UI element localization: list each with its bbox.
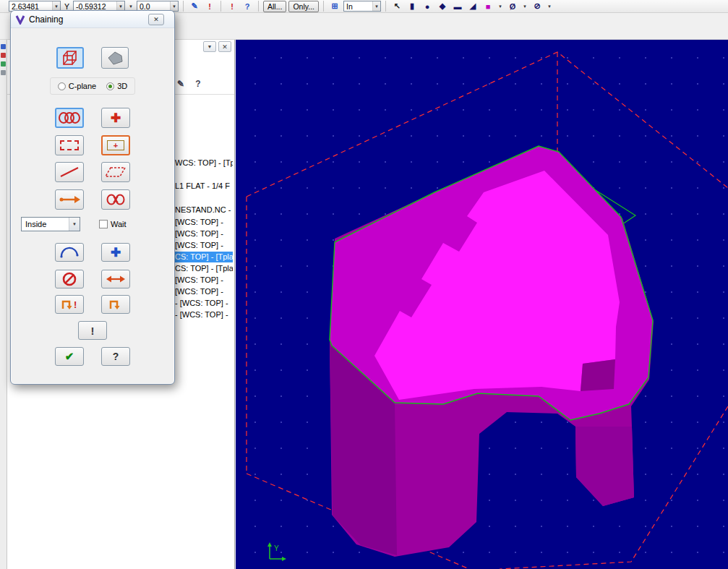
- dropdown-arrow-icon[interactable]: ▼: [521, 4, 528, 9]
- axis-arrow-right: [282, 557, 286, 561]
- y-label: Y: [63, 2, 71, 11]
- chain-rings-icon: [58, 111, 81, 124]
- left-toolbar-icon[interactable]: [1, 70, 6, 75]
- feedback-row: !: [11, 321, 174, 340]
- add-selection-button[interactable]: ✚: [101, 243, 130, 262]
- cplane-radio[interactable]: C-plane: [58, 82, 97, 90]
- select-only-button[interactable]: Only...: [288, 1, 319, 12]
- dashed-rectangle-icon: [60, 140, 79, 150]
- arc-select-button[interactable]: [55, 243, 84, 262]
- list-item[interactable]: - [WCS: TOP] -: [175, 298, 233, 309]
- dialog-close-button[interactable]: ✕: [148, 14, 164, 25]
- 3d-radio[interactable]: 3D: [106, 82, 127, 90]
- grid-plane-icon[interactable]: ⊞: [328, 1, 341, 12]
- viewport-canvas: Y: [236, 40, 728, 569]
- mastercam-logo-icon: [15, 14, 25, 25]
- left-toolbar-icon[interactable]: [1, 44, 6, 49]
- chain-feedback-button[interactable]: !: [78, 321, 107, 340]
- wireframe-mode-button[interactable]: [56, 47, 84, 69]
- panel-dropdown-button[interactable]: ▼: [203, 41, 216, 52]
- plane-mode-group: C-plane 3D: [50, 77, 136, 95]
- wait-checkbox[interactable]: Wait: [99, 220, 127, 228]
- checkbox-icon: [99, 220, 108, 228]
- list-item[interactable]: [WCS: TOP] -: [175, 240, 233, 251]
- chaining-dialog: Chaining ✕ C-plan: [10, 10, 175, 385]
- plane-mode-row: C-plane 3D: [11, 77, 174, 95]
- dropdown-arrow-icon[interactable]: ▼: [372, 1, 380, 11]
- svg-text:!: !: [74, 299, 77, 310]
- chain-select-button[interactable]: [55, 108, 84, 128]
- dialog-body: C-plane 3D ✚ !+: [11, 28, 174, 385]
- dialog-titlebar[interactable]: Chaining ✕: [11, 11, 174, 28]
- part-pocket-notch: [581, 359, 615, 391]
- ok-button[interactable]: ✔: [55, 347, 84, 366]
- axis-gizmo: Y: [267, 542, 286, 561]
- select-all-button[interactable]: All...: [263, 1, 286, 12]
- exclaim-icon[interactable]: !: [226, 1, 239, 12]
- solid-mode-button[interactable]: [101, 47, 129, 69]
- blue-arc-icon: [60, 247, 79, 258]
- toolbar-separator: [385, 1, 386, 12]
- solid-sweep-icon[interactable]: ◢: [466, 1, 479, 12]
- left-toolbar-icon[interactable]: [1, 53, 6, 58]
- toolbar-separator: [258, 1, 259, 12]
- regen-exclaim-icon[interactable]: !: [203, 1, 216, 12]
- solid-loft-icon[interactable]: ▬: [451, 1, 464, 12]
- single-line-button[interactable]: [55, 162, 84, 182]
- list-item[interactable]: [WCS: TOP] -: [175, 228, 233, 239]
- inside-wait-row: Inside ▼ Wait: [11, 217, 174, 231]
- list-item[interactable]: CS: TOP] - [Tpla: [175, 263, 233, 274]
- panel-help-button[interactable]: ?: [191, 77, 205, 91]
- rectangle-plus-icon: !+: [107, 140, 124, 150]
- list-item[interactable]: WCS: TOP] - [Tpla: [175, 158, 233, 168]
- window-select-button[interactable]: [55, 135, 84, 155]
- solid-sphere-icon[interactable]: ●: [421, 1, 434, 12]
- list-item-selected[interactable]: CS: TOP] - [Tpla: [175, 252, 233, 262]
- list-item[interactable]: [WCS: TOP] -: [175, 275, 233, 286]
- dropdown-arrow-icon: ▼: [69, 218, 80, 231]
- diameter-icon[interactable]: Ø: [506, 1, 519, 12]
- single-line-icon: [59, 166, 80, 179]
- chain-mode-dropdown[interactable]: Inside ▼: [21, 217, 80, 231]
- vector-select-button[interactable]: [101, 162, 130, 182]
- shift-start-exclaim-button[interactable]: !: [55, 295, 84, 314]
- reverse-arrow-icon: [105, 273, 127, 285]
- solid-revolve-icon[interactable]: ◆: [436, 1, 449, 12]
- pencil-plus-icon[interactable]: ✎: [188, 1, 201, 12]
- reverse-chain-button[interactable]: [101, 270, 130, 288]
- list-item[interactable]: - [WCS: TOP] -: [175, 309, 233, 320]
- panel-edit-icon[interactable]: ✎: [174, 77, 188, 91]
- list-item[interactable]: L1 FLAT - 1/4 F: [175, 181, 233, 192]
- cplane-radio-label: C-plane: [69, 82, 97, 90]
- blue-plus-icon: ✚: [111, 247, 121, 259]
- point-select-button[interactable]: ✚: [101, 108, 130, 128]
- wireframe-cube-icon: [61, 50, 79, 66]
- step-arrow-icon: [106, 298, 126, 311]
- unselect-all-button[interactable]: [55, 270, 84, 288]
- entity-mode-row: [11, 47, 174, 69]
- help-gear-icon[interactable]: ?: [241, 1, 254, 12]
- list-item[interactable]: [WCS: TOP] -: [175, 286, 233, 297]
- 3d-radio-label: 3D: [117, 82, 127, 90]
- partial-chain-button[interactable]: [55, 189, 84, 210]
- left-toolbar-icon[interactable]: [1, 61, 6, 67]
- select-cursor-icon[interactable]: ↖: [390, 1, 403, 12]
- solid-cut-icon[interactable]: ⊘: [531, 1, 544, 12]
- shift-start-button[interactable]: [101, 295, 130, 314]
- z-coordinate-value: 0.0: [140, 2, 150, 11]
- panel-close-button[interactable]: ✕: [218, 41, 231, 52]
- dropdown-arrow-icon[interactable]: ▼: [546, 4, 553, 9]
- dropdown-arrow-icon[interactable]: ▼: [127, 4, 134, 9]
- dropdown-arrow-icon[interactable]: ▼: [497, 4, 504, 9]
- red-plus-icon: ✚: [111, 112, 121, 124]
- list-item[interactable]: NESTAND.NC -: [175, 205, 233, 215]
- help-button[interactable]: ?: [101, 347, 130, 366]
- area-select-button[interactable]: !+: [101, 135, 130, 155]
- solid-block-magenta-icon[interactable]: ■: [481, 1, 494, 12]
- radio-icon: [106, 82, 114, 90]
- solid-extrude-icon[interactable]: ▮: [406, 1, 419, 12]
- graphics-viewport[interactable]: Y: [236, 40, 728, 569]
- list-item[interactable]: [WCS: TOP] -: [175, 217, 233, 228]
- unselect-chain-button[interactable]: [101, 189, 130, 210]
- in-dropdown[interactable]: In ▼: [343, 1, 381, 12]
